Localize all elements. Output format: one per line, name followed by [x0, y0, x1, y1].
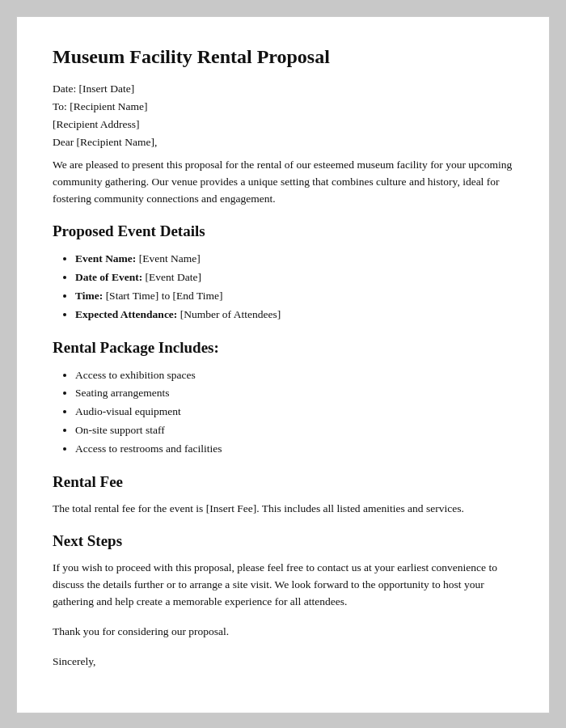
document-title: Museum Facility Rental Proposal [53, 46, 513, 68]
item-bold: Event Name: [75, 252, 136, 265]
address-line: [Recipient Address] [53, 118, 513, 131]
item-text: On-site support staff [75, 424, 165, 436]
item-text: Access to restrooms and facilities [75, 442, 222, 455]
item-bold: Time: [75, 290, 103, 302]
item-text: [Number of Attendees] [177, 308, 281, 320]
intro-paragraph: We are pleased to present this proposal … [53, 157, 513, 208]
item-text: Access to exhibition spaces [75, 369, 196, 381]
list-item: Access to exhibition spaces [75, 366, 513, 385]
thank-you-line: Thank you for considering our proposal. [53, 624, 513, 641]
rental-fee-paragraph: The total rental fee for the event is [I… [53, 501, 513, 518]
list-item: Event Name: [Event Name] [75, 250, 513, 269]
item-text: Seating arrangements [75, 387, 170, 399]
list-item: Time: [Start Time] to [End Time] [75, 287, 513, 306]
item-text: [Start Time] to [End Time] [103, 290, 222, 302]
to-line: To: [Recipient Name] [53, 100, 513, 113]
item-text: [Event Name] [136, 252, 200, 265]
section-heading-rental-package: Rental Package Includes: [53, 339, 513, 357]
list-item: On-site support staff [75, 421, 513, 440]
item-text: [Event Date] [142, 271, 201, 283]
rental-package-list: Access to exhibition spaces Seating arra… [53, 366, 513, 459]
list-item: Date of Event: [Event Date] [75, 269, 513, 287]
next-steps-paragraph: If you wish to proceed with this proposa… [53, 560, 513, 611]
list-item: Expected Attendance: [Number of Attendee… [75, 306, 513, 324]
list-item: Seating arrangements [75, 384, 513, 403]
item-text: Audio-visual equipment [75, 405, 181, 417]
section-heading-rental-fee: Rental Fee [53, 473, 513, 491]
greeting-line: Dear [Recipient Name], [53, 136, 513, 149]
section-heading-next-steps: Next Steps [53, 532, 513, 550]
item-bold: Expected Attendance: [75, 308, 177, 320]
sincerely-line: Sincerely, [53, 654, 513, 671]
proposed-event-list: Event Name: [Event Name] Date of Event: … [53, 250, 513, 324]
document-container: Museum Facility Rental Proposal Date: [I… [16, 16, 550, 713]
section-heading-proposed-event: Proposed Event Details [53, 222, 513, 240]
list-item: Access to restrooms and facilities [75, 440, 513, 459]
item-bold: Date of Event: [75, 271, 142, 283]
list-item: Audio-visual equipment [75, 403, 513, 421]
date-line: Date: [Insert Date] [53, 83, 513, 95]
